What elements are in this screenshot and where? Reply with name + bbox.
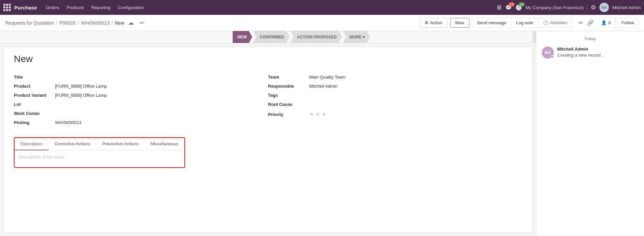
app-name[interactable]: Purchase — [14, 5, 37, 10]
nav-reporting[interactable]: Reporting — [88, 4, 114, 11]
star-3[interactable]: ★ — [321, 111, 326, 117]
activities-button[interactable]: 🕐 Activities — [538, 18, 572, 28]
right-panel: Today MA Mitchell Admin Creating a new r… — [536, 31, 644, 236]
pencil-icon[interactable]: ✏ — [577, 18, 584, 27]
app-grid-icon[interactable] — [3, 4, 11, 11]
status-action-proposed[interactable]: ACTION PROPOSED — [290, 31, 342, 43]
form-grid: Title Product [FURN_8888] Office Lamp Pr… — [14, 72, 522, 127]
cloud-icon[interactable]: ☁ — [127, 18, 135, 27]
field-priority: Priority ★ ★ ★ — [268, 109, 522, 119]
chat-badge: 11 — [509, 2, 515, 6]
status-new[interactable]: NEW — [233, 31, 252, 43]
top-nav: Purchase Orders Products Reporting Confi… — [0, 0, 644, 15]
tab-placeholder: Description of the issue... — [19, 154, 68, 159]
message-toolbar: Send message Log note 🕐 Activities — [472, 18, 573, 28]
chatter-message: MA Mitchell Admin Creating a new record.… — [542, 47, 639, 59]
field-product: Product [FURN_8888] Office Lamp — [14, 82, 268, 91]
top-nav-menu: Orders Products Reporting Configuration — [43, 4, 148, 11]
clock-badge: 42 — [519, 2, 525, 6]
tab-corrective-actions[interactable]: Corrective Actions — [49, 138, 96, 150]
field-responsible: Responsible Mitchell Admin — [268, 82, 522, 91]
field-team: Team Main Quality Team — [268, 72, 522, 82]
left-panel: NEW CONFIRMED ACTION PROPOSED MORE ▾ New — [0, 31, 536, 236]
priority-stars[interactable]: ★ ★ ★ — [309, 111, 326, 117]
status-confirmed[interactable]: CONFIRMED — [253, 31, 290, 43]
form-left-col: Title Product [FURN_8888] Office Lamp Pr… — [14, 72, 268, 127]
breadcrumb: Requests for Quotation / P00020 / WH/IN/… — [5, 20, 124, 26]
toolbar-icons: ☁ ↩ — [127, 18, 146, 27]
undo-icon[interactable]: ↩ — [138, 18, 146, 27]
follow-button[interactable]: Follow — [617, 18, 639, 28]
field-tags: Tags — [268, 91, 522, 100]
field-lot: Lot — [14, 100, 268, 109]
avatar-initials: MA — [601, 5, 607, 9]
form-title: New — [14, 54, 522, 64]
send-message-button[interactable]: Send message — [472, 18, 512, 28]
user-name[interactable]: Mitchell Admin — [612, 5, 641, 10]
settings-icon[interactable]: ⚙ — [591, 4, 596, 11]
top-nav-right: 🖥 💬 11 🕐 42 My Company (San Francisco) ⚙… — [496, 3, 641, 12]
chatter-msg-author: Mitchell Admin — [557, 47, 639, 52]
chatter-content: Today MA Mitchell Admin Creating a new r… — [536, 31, 644, 236]
nav-orders[interactable]: Orders — [43, 4, 63, 11]
star-2[interactable]: ★ — [315, 111, 320, 117]
chatter-msg-text: Creating a new record... — [557, 53, 639, 58]
support-icon[interactable]: 🖥 — [496, 4, 502, 11]
nav-configuration[interactable]: Configuration — [114, 4, 147, 11]
nav-divider — [587, 4, 587, 11]
chat-icon[interactable]: 💬 11 — [505, 4, 512, 11]
gear-icon: ⚙ — [424, 20, 429, 25]
tab-preventive-actions[interactable]: Preventive Actions — [96, 138, 145, 150]
form-right-col: Team Main Quality Team Responsible Mitch… — [268, 72, 522, 127]
field-title: Title — [14, 72, 268, 82]
chatter-avatar: MA — [542, 47, 554, 59]
tab-description[interactable]: Description — [15, 138, 49, 150]
action-button[interactable]: ⚙ Action — [419, 18, 447, 28]
log-note-button[interactable]: Log note — [511, 18, 538, 28]
field-picking: Picking WH/IN/00013 — [14, 118, 268, 127]
status-more[interactable]: MORE ▾ — [343, 31, 370, 43]
tab-miscellaneous[interactable]: Miscellaneous — [145, 138, 184, 150]
star-1[interactable]: ★ — [309, 111, 314, 117]
main-layout: NEW CONFIRMED ACTION PROPOSED MORE ▾ New — [0, 31, 644, 236]
secondary-toolbar: Requests for Quotation / P00020 / WH/IN/… — [0, 15, 644, 31]
field-product-variant: Product Variant [FURN_8888] Office Lamp — [14, 91, 268, 100]
field-work-center: Work Center — [14, 109, 268, 118]
breadcrumb-current: New — [115, 20, 124, 26]
breadcrumb-rfq[interactable]: Requests for Quotation — [5, 20, 54, 26]
avatar[interactable]: MA — [599, 3, 609, 12]
status-bar: NEW CONFIRMED ACTION PROPOSED MORE ▾ — [0, 31, 536, 43]
breadcrumb-whin[interactable]: WH/IN/00013 — [81, 20, 109, 26]
company-name[interactable]: My Company (San Francisco) — [525, 5, 584, 10]
new-button[interactable]: New — [450, 18, 469, 28]
tabs-section: Description Corrective Actions Preventiv… — [14, 137, 185, 168]
breadcrumb-p00020[interactable]: P00020 — [59, 20, 76, 26]
nav-products[interactable]: Products — [63, 4, 87, 11]
online-dot — [550, 55, 553, 58]
chatter-date-header: Today — [542, 36, 639, 41]
tabs-content: Description of the issue... — [15, 150, 184, 167]
field-root-cause: Root Cause — [268, 100, 522, 109]
form-area: New Title Product [FURN_8888] Office Lam… — [3, 47, 533, 233]
clock-small-icon: 🕐 — [543, 20, 548, 25]
chatter-msg-body: Mitchell Admin Creating a new record... — [557, 47, 639, 59]
person-icon: 👤 — [601, 20, 607, 25]
scrollbar[interactable] — [533, 31, 536, 43]
clock-icon[interactable]: 🕐 42 — [515, 4, 522, 11]
follow-count-button[interactable]: 👤 0 — [596, 18, 616, 28]
tabs-header: Description Corrective Actions Preventiv… — [15, 138, 184, 150]
link-icon[interactable]: 🔗 — [586, 18, 595, 27]
